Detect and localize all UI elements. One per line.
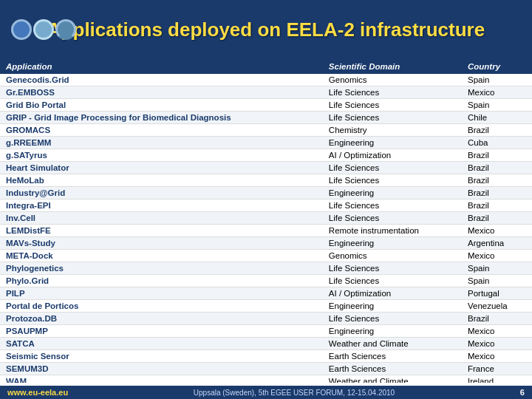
table-row: Integra-EPILife SciencesBrazil (0, 200, 532, 212)
cell-country: Chile (462, 112, 532, 124)
table-row: PSAUPMPEngineeringMexico (0, 325, 532, 338)
cell-domain: Chemistry (323, 124, 462, 137)
cell-country: Mexico (462, 86, 532, 99)
table-row: Protozoa.DBLife SciencesBrazil (0, 313, 532, 325)
cell-application: Inv.Cell (0, 212, 323, 225)
cell-application: GROMACS (0, 124, 323, 137)
table-row: Gr.EMBOSSLife SciencesMexico (0, 86, 532, 99)
table-row: SATCAWeather and ClimateMexico (0, 338, 532, 350)
col-domain: Scientific Domain (323, 59, 462, 74)
table-row: META-DockGenomicsMexico (0, 250, 532, 262)
cell-country: France (462, 363, 532, 375)
cell-domain: Life Sciences (323, 200, 462, 212)
cell-country: Mexico (462, 250, 532, 262)
cell-application: Grid Bio Portal (0, 99, 323, 112)
cell-country: Brazil (462, 187, 532, 200)
cell-domain: AI / Optimization (323, 287, 462, 300)
cell-domain: AI / Optimization (323, 149, 462, 162)
table-header-row: Application Scientific Domain Country (0, 59, 532, 74)
table-row: Portal de PorticosEngineeringVenezuela (0, 300, 532, 313)
cell-country: Spain (462, 74, 532, 86)
cell-application: SEMUM3D (0, 363, 323, 375)
logo (11, 19, 76, 40)
cell-application: Genecodis.Grid (0, 74, 323, 86)
applications-table: Application Scientific Domain Country Ge… (0, 59, 532, 383)
table-row: Seismic SensorEarth SciencesMexico (0, 350, 532, 363)
table-row: PhylogeneticsLife SciencesSpain (0, 262, 532, 275)
main-content: Application Scientific Domain Country Ge… (0, 59, 532, 399)
table-row: MAVs-StudyEngineeringArgentina (0, 237, 532, 250)
cell-country: Cuba (462, 137, 532, 149)
cell-country: Brazil (462, 162, 532, 174)
footer: www.eu-eela.eu Uppsala (Sweden), 5th EGE… (0, 386, 532, 399)
cell-application: GRIP - Grid Image Processing for Biomedi… (0, 112, 323, 124)
cell-domain: Remote instrumentation (323, 225, 462, 237)
table-row: PILPAI / OptimizationPortugal (0, 287, 532, 300)
cell-domain: Earth Sciences (323, 350, 462, 363)
table-row: LEMDistFERemote instrumentationMexico (0, 225, 532, 237)
cell-application: Phylogenetics (0, 262, 323, 275)
table-row: GROMACSChemistryBrazil (0, 124, 532, 137)
cell-country: Mexico (462, 338, 532, 350)
col-application: Application (0, 59, 323, 74)
cell-domain: Life Sciences (323, 212, 462, 225)
cell-domain: Life Sciences (323, 313, 462, 325)
cell-domain: Weather and Climate (323, 338, 462, 350)
cell-domain: Engineering (323, 237, 462, 250)
cell-domain: Life Sciences (323, 275, 462, 287)
cell-domain: Engineering (323, 325, 462, 338)
table-row: g.RREEMMEngineeringCuba (0, 137, 532, 149)
cell-domain: Life Sciences (323, 262, 462, 275)
cell-country: Mexico (462, 350, 532, 363)
cell-domain: Genomics (323, 74, 462, 86)
cell-country: Brazil (462, 313, 532, 325)
table-row: WAMWeather and ClimateIreland (0, 375, 532, 383)
col-country: Country (462, 59, 532, 74)
footer-url: www.eu-eela.eu (7, 388, 68, 397)
cell-country: Brazil (462, 174, 532, 187)
cell-application: Integra-EPI (0, 200, 323, 212)
cell-domain: Life Sciences (323, 112, 462, 124)
cell-domain: Engineering (323, 300, 462, 313)
table-row: HeMoLabLife SciencesBrazil (0, 174, 532, 187)
cell-application: HeMoLab (0, 174, 323, 187)
cell-country: Spain (462, 99, 532, 112)
cell-country: Brazil (462, 149, 532, 162)
cell-application: Heart Simulator (0, 162, 323, 174)
cell-domain: Life Sciences (323, 162, 462, 174)
cell-country: Argentina (462, 237, 532, 250)
table-row: Grid Bio PortalLife SciencesSpain (0, 99, 532, 112)
cell-country: Portugal (462, 287, 532, 300)
cell-application: SATCA (0, 338, 323, 350)
cell-domain: Life Sciences (323, 99, 462, 112)
table-row: GRIP - Grid Image Processing for Biomedi… (0, 112, 532, 124)
cell-application: Gr.EMBOSS (0, 86, 323, 99)
cell-application: PILP (0, 287, 323, 300)
header: Applications deployed on EELA-2 infrastr… (0, 0, 532, 59)
cell-application: Phylo.Grid (0, 275, 323, 287)
table-row: Genecodis.GridGenomicsSpain (0, 74, 532, 86)
cell-domain: Engineering (323, 187, 462, 200)
cell-application: META-Dock (0, 250, 323, 262)
cell-country: Spain (462, 262, 532, 275)
cell-domain: Engineering (323, 137, 462, 149)
table-container: Application Scientific Domain Country Ge… (0, 59, 532, 383)
cell-country: Brazil (462, 124, 532, 137)
cell-country: Venezuela (462, 300, 532, 313)
cell-application: Seismic Sensor (0, 350, 323, 363)
footer-info: Uppsala (Sweden), 5th EGEE USER FORUM, 1… (194, 389, 395, 397)
table-row: Phylo.GridLife SciencesSpain (0, 275, 532, 287)
cell-country: Mexico (462, 325, 532, 338)
cell-country: Brazil (462, 212, 532, 225)
cell-domain: Earth Sciences (323, 363, 462, 375)
cell-application: Protozoa.DB (0, 313, 323, 325)
page-title: Applications deployed on EELA-2 infrastr… (47, 18, 485, 41)
table-row: Inv.CellLife SciencesBrazil (0, 212, 532, 225)
cell-domain: Life Sciences (323, 174, 462, 187)
cell-domain: Genomics (323, 250, 462, 262)
table-row: SEMUM3DEarth SciencesFrance (0, 363, 532, 375)
cell-application: MAVs-Study (0, 237, 323, 250)
cell-application: WAM (0, 375, 323, 383)
cell-country: Spain (462, 275, 532, 287)
cell-country: Mexico (462, 225, 532, 237)
